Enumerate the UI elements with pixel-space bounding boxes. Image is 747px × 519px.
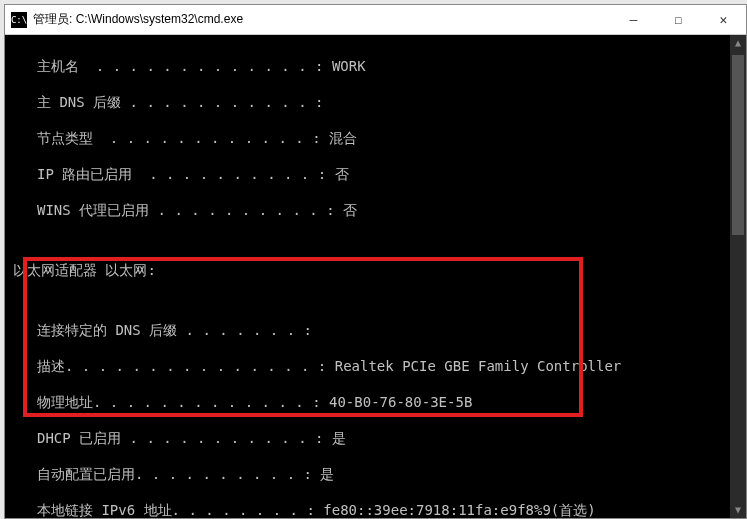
label-link-local-ipv6: 本地链接 IPv6 地址 bbox=[37, 502, 172, 518]
value-link-local-ipv6: fe80::39ee:7918:11fa:e9f8%9(首选) bbox=[323, 502, 595, 518]
label-ip-routing: IP 路由已启用 bbox=[37, 166, 132, 182]
value-ip-routing: 否 bbox=[335, 166, 349, 182]
terminal-output[interactable]: 主机名 . . . . . . . . . . . . . : WORK 主 D… bbox=[5, 35, 746, 518]
label-dhcp-enabled: DHCP 已启用 bbox=[37, 430, 121, 446]
cmd-window: C:\ 管理员: C:\Windows\system32\cmd.exe — ☐… bbox=[4, 4, 747, 519]
value-physical-addr: 40-B0-76-80-3E-5B bbox=[329, 394, 472, 410]
dots: . . . . . . . : bbox=[177, 322, 320, 338]
scroll-thumb[interactable] bbox=[732, 55, 744, 235]
label-hostname: 主机名 bbox=[37, 58, 79, 74]
label-wins-proxy: WINS 代理已启用 bbox=[37, 202, 149, 218]
dots: . . . . . . . . . . : bbox=[149, 202, 343, 218]
adapter-header: 以太网适配器 以太网: bbox=[13, 261, 738, 279]
value-hostname: WORK bbox=[332, 58, 366, 74]
dots: . . . . . . . . . . . . . : bbox=[93, 394, 329, 410]
minimize-button[interactable]: — bbox=[611, 5, 656, 34]
label-physical-addr: 物理地址 bbox=[37, 394, 93, 410]
scroll-up-icon[interactable]: ▲ bbox=[730, 35, 746, 51]
label-conn-dns-suffix: 连接特定的 DNS 后缀 bbox=[37, 322, 177, 338]
label-autoconf-enabled: 自动配置已启用 bbox=[37, 466, 135, 482]
dots: . . . . . . . . . . : bbox=[135, 466, 320, 482]
value-wins-proxy: 否 bbox=[343, 202, 357, 218]
maximize-button[interactable]: ☐ bbox=[656, 5, 701, 34]
label-description: 描述 bbox=[37, 358, 65, 374]
scroll-down-icon[interactable]: ▼ bbox=[730, 502, 746, 518]
value-autoconf-enabled: 是 bbox=[320, 466, 334, 482]
label-primary-dns-suffix: 主 DNS 后缀 bbox=[37, 94, 121, 110]
window-title: 管理员: C:\Windows\system32\cmd.exe bbox=[33, 11, 611, 28]
dots: . . . . . . . . . . . . . . . : bbox=[65, 358, 335, 374]
close-button[interactable]: ✕ bbox=[701, 5, 746, 34]
value-node-type: 混合 bbox=[329, 130, 357, 146]
dots: . . . . . . . . . . . . : bbox=[93, 130, 329, 146]
cmd-icon: C:\ bbox=[11, 12, 27, 28]
dots: . . . . . . . . : bbox=[172, 502, 324, 518]
label-node-type: 节点类型 bbox=[37, 130, 93, 146]
dots: . . . . . . . . . . . : bbox=[121, 94, 332, 110]
titlebar[interactable]: C:\ 管理员: C:\Windows\system32\cmd.exe — ☐… bbox=[5, 5, 746, 35]
value-dhcp-enabled: 是 bbox=[332, 430, 346, 446]
vertical-scrollbar[interactable]: ▲ ▼ bbox=[730, 35, 746, 518]
dots: . . . . . . . . . . . : bbox=[121, 430, 332, 446]
dots: . . . . . . . . . . : bbox=[132, 166, 334, 182]
value-description: Realtek PCIe GBE Family Controller bbox=[335, 358, 622, 374]
dots: . . . . . . . . . . . . . : bbox=[79, 58, 332, 74]
window-controls: — ☐ ✕ bbox=[611, 5, 746, 34]
